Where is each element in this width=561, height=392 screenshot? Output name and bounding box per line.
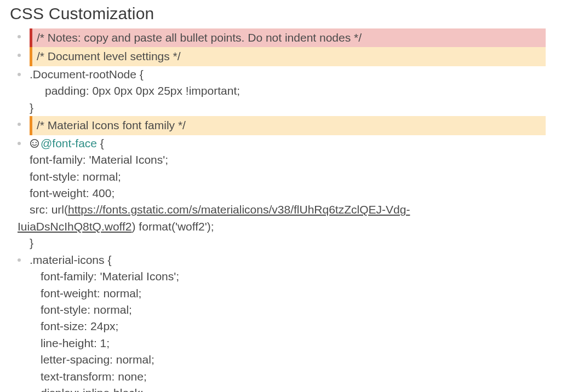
code-line: padding: 0px 0px 0px 25px !important; (30, 83, 551, 99)
list-item: /* Material Icons font family */ (18, 116, 551, 135)
code-line: font-style: normal; (30, 302, 551, 318)
outline-list: /* Notes: copy and paste all bullet poin… (10, 28, 551, 392)
code-line: @font-face { (30, 135, 551, 152)
font-url-link[interactable]: https://fonts.gstatic.com/s/materialicon… (68, 203, 410, 216)
code-line: } (30, 100, 551, 116)
code-line: font-weight: 400; (30, 185, 551, 201)
list-item: /* Document level settings */ (18, 47, 551, 66)
at-rule-font-face: @font-face (41, 137, 97, 149)
brace-open: { (97, 137, 104, 149)
comment-doc-settings: /* Document level settings */ (30, 47, 546, 66)
font-url-link-cont[interactable]: IuiaDsNcIhQ8tQ.woff2 (18, 220, 132, 233)
src-prefix: src: url( (30, 203, 68, 216)
list-item: /* Notes: copy and paste all bullet poin… (18, 28, 551, 47)
svg-point-2 (36, 142, 37, 143)
code-line: src: url(https://fonts.gstatic.com/s/mat… (30, 201, 551, 218)
svg-point-0 (31, 139, 38, 147)
code-line: .Document-rootNode { (30, 66, 551, 83)
code-block-material-icons-class: .material-icons { font-family: 'Material… (30, 252, 551, 392)
code-line: line-height: 1; (30, 335, 551, 351)
code-line: } (30, 235, 551, 251)
page: CSS Customization /* Notes: copy and pas… (0, 0, 561, 392)
comment-material-icons: /* Material Icons font family */ (30, 116, 546, 135)
code-block-document-root: .Document-rootNode { padding: 0px 0px 0p… (30, 66, 551, 116)
list-item: .Document-rootNode { padding: 0px 0px 0p… (18, 66, 551, 116)
svg-point-1 (32, 142, 33, 143)
code-line: font-family: 'Material Icons'; (30, 152, 551, 168)
code-block-font-face: @font-face { font-family: 'Material Icon… (30, 135, 551, 252)
code-line: font-size: 24px; (30, 318, 551, 335)
comment-notes: /* Notes: copy and paste all bullet poin… (30, 28, 546, 47)
list-item: .material-icons { font-family: 'Material… (18, 252, 551, 392)
code-line: text-transform: none; (30, 368, 551, 385)
code-line: IuiaDsNcIhQ8tQ.woff2) format('woff2'); (18, 218, 551, 235)
code-line: display: inline-block; (30, 385, 551, 392)
page-title: CSS Customization (10, 4, 551, 23)
list-item: @font-face { font-family: 'Material Icon… (18, 135, 551, 252)
code-line: .material-icons { (30, 252, 551, 268)
code-line: font-style: normal; (30, 169, 551, 185)
code-line: font-weight: normal; (30, 285, 551, 302)
smiley-icon (30, 139, 39, 148)
src-suffix: ) format('woff2'); (132, 220, 214, 233)
code-line: font-family: 'Material Icons'; (30, 268, 551, 285)
code-line: letter-spacing: normal; (30, 351, 551, 368)
